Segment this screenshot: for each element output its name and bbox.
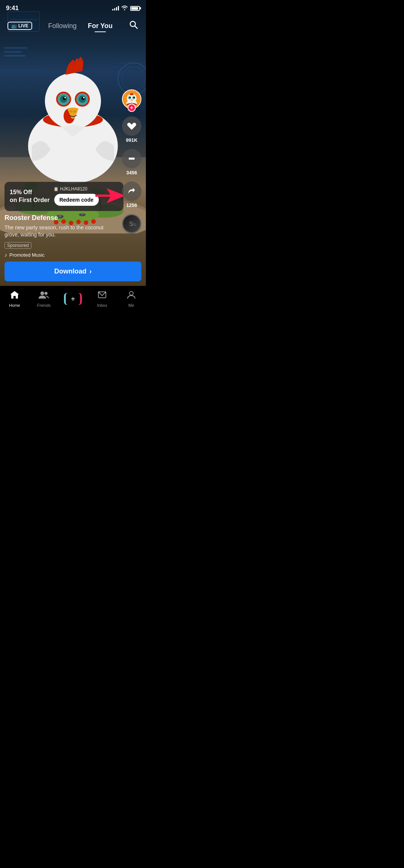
download-button-area: Download › (4, 262, 141, 281)
add-icon: + (71, 295, 75, 303)
svg-marker-62 (95, 188, 125, 203)
live-badge[interactable]: 📺 LIVE (7, 22, 32, 30)
discount-text: 15% Off on First Order (10, 189, 50, 204)
live-label: LIVE (18, 23, 28, 28)
music-info: ♪ Promoted Music (4, 252, 118, 258)
share-button[interactable]: 1256 (122, 181, 141, 208)
profile-icon (127, 290, 136, 302)
svg-point-59 (132, 158, 135, 160)
like-count: 991K (126, 137, 137, 143)
sponsored-badge: Sponsored (4, 242, 31, 249)
svg-point-64 (45, 292, 48, 295)
coupon-code: HJKLHA8120 (60, 186, 88, 192)
arrow-indicator (95, 186, 125, 208)
music-disc[interactable]: S OM (122, 214, 141, 233)
signal-bar-2 (114, 8, 115, 10)
copy-icon: 📋 (53, 187, 59, 192)
status-icons (112, 5, 140, 12)
nav-inbox[interactable]: Inbox (88, 290, 117, 308)
svg-point-54 (129, 97, 131, 98)
tab-for-you[interactable]: For You (88, 22, 113, 30)
signal-bar-1 (112, 9, 113, 10)
signal-bar-4 (118, 6, 119, 10)
signal-icon (112, 6, 119, 10)
creator-avatar-container[interactable]: + (122, 89, 141, 109)
tab-following[interactable]: Following (48, 22, 77, 30)
home-label: Home (9, 303, 20, 308)
friends-label: Friends (37, 303, 51, 308)
comment-icon (122, 149, 141, 168)
battery-icon (130, 6, 140, 11)
music-note-icon: ♪ (4, 252, 7, 258)
svg-point-66 (129, 291, 133, 295)
inbox-icon (98, 290, 107, 302)
nav-tabs: Following For You (48, 22, 113, 30)
battery-fill (131, 7, 138, 10)
friends-icon (39, 290, 49, 302)
follow-plus-button[interactable]: + (128, 104, 136, 112)
nav-home[interactable]: Home (0, 290, 29, 308)
nav-add[interactable]: + (58, 293, 88, 305)
video-info: Rooster Defense The new party season, ru… (4, 214, 118, 258)
inbox-label: Inbox (97, 303, 107, 308)
music-label: Promoted Music (9, 252, 45, 258)
svg-line-49 (135, 26, 138, 29)
rooster-svg (13, 30, 133, 187)
wifi-icon (121, 5, 128, 12)
svg-point-47 (73, 110, 76, 113)
heart-icon (122, 116, 141, 136)
redeem-button[interactable]: Redeem code (53, 193, 100, 207)
svg-text:OM: OM (131, 223, 136, 227)
screen: 9:41 📺 LIVE (0, 0, 146, 316)
status-bar: 9:41 (0, 0, 146, 16)
comment-button[interactable]: 3456 (122, 149, 141, 175)
bottom-navigation: Home Friends + (0, 286, 146, 316)
add-button[interactable]: + (64, 293, 82, 305)
search-button[interactable] (129, 20, 138, 32)
status-time: 9:41 (6, 4, 19, 12)
svg-point-55 (134, 97, 135, 98)
svg-point-46 (70, 110, 73, 113)
signal-bar-3 (116, 7, 117, 10)
share-count: 1256 (126, 202, 137, 208)
me-label: Me (128, 303, 134, 308)
nav-me[interactable]: Me (117, 290, 146, 308)
share-icon (122, 181, 141, 201)
top-navigation: 📺 LIVE Following For You (0, 16, 146, 35)
home-icon (10, 290, 19, 302)
nav-friends[interactable]: Friends (29, 290, 58, 308)
svg-point-43 (83, 97, 85, 98)
like-button[interactable]: 991K (122, 116, 141, 143)
download-label: Download (54, 268, 86, 275)
svg-point-63 (40, 291, 44, 295)
tv-icon: 📺 (11, 23, 17, 28)
download-arrow: › (89, 268, 92, 275)
right-sidebar: + 991K 3456 (122, 89, 141, 233)
video-description: The new party season, rush to the coconu… (4, 224, 118, 239)
download-button[interactable]: Download › (4, 262, 141, 281)
add-button-inner: + (66, 293, 80, 305)
svg-point-42 (64, 97, 66, 98)
comment-count: 3456 (126, 170, 137, 175)
video-title: Rooster Defense (4, 214, 118, 222)
